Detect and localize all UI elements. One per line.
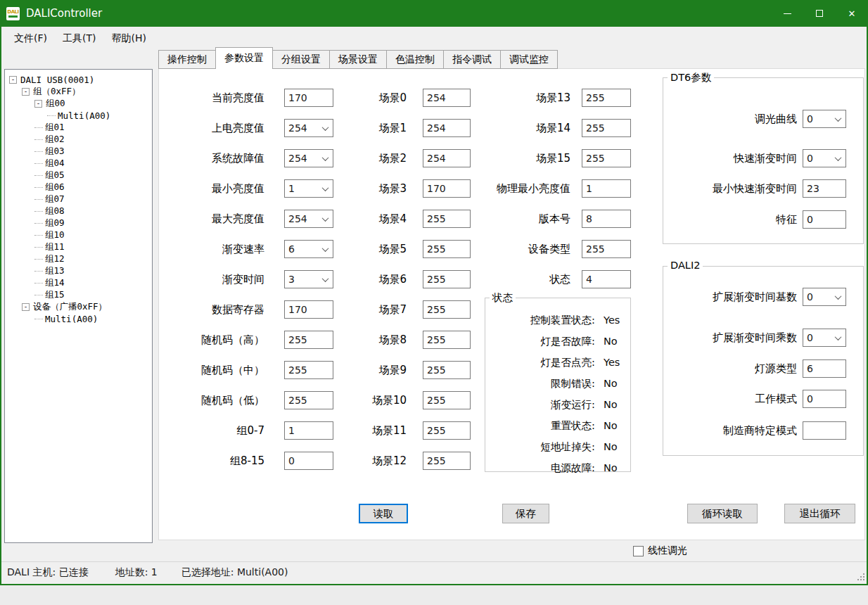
device-type-input[interactable]: [582, 240, 631, 258]
dimming-curve-value: 0: [807, 113, 813, 125]
scene-13-input[interactable]: [582, 89, 631, 107]
scene-10-input[interactable]: [423, 391, 471, 409]
tree-item-group-15[interactable]: 组15: [5, 289, 152, 301]
max-brightness-combobox[interactable]: 254: [284, 210, 333, 228]
status-value-input[interactable]: [582, 270, 631, 288]
tab-scene-settings[interactable]: 场景设置: [330, 50, 387, 69]
tree-item-device-broadcast[interactable]: -设备（广播0xFF）: [5, 301, 152, 313]
scene-7-input[interactable]: [423, 300, 471, 319]
data-register-input[interactable]: [284, 300, 333, 319]
tree-item-group-13[interactable]: 组13: [5, 265, 152, 277]
reset-state-label: 重置状态:: [485, 419, 595, 433]
manufacturer-specific-mode-input[interactable]: [803, 421, 846, 440]
tree-item-label: 组00: [46, 98, 65, 110]
tree-item-multi-a00[interactable]: Multi(A00): [5, 110, 152, 122]
loop-read-button[interactable]: 循环读取: [687, 504, 758, 523]
menu-tools[interactable]: 工具(T): [55, 29, 103, 47]
scene-3-input[interactable]: [423, 179, 471, 198]
scene-14-input[interactable]: [582, 119, 631, 137]
close-button[interactable]: ✕: [836, 0, 868, 27]
chevron-down-icon: [835, 154, 842, 161]
tab-command-debug[interactable]: 指令调试: [444, 50, 501, 69]
ext-fade-time-multiplier-combobox[interactable]: 0: [803, 329, 846, 347]
tree-item-group-0xff[interactable]: -组（0xFF）: [5, 86, 152, 98]
tree-item-label: 组12: [45, 253, 65, 265]
tree-item-group-01[interactable]: 组01: [5, 122, 152, 134]
resize-grip[interactable]: [857, 573, 864, 580]
tree-connector-icon: [34, 151, 43, 152]
exit-loop-button[interactable]: 退出循环: [784, 504, 855, 523]
scene-14-label: 场景14: [479, 122, 570, 135]
tree-item-group-04[interactable]: 组04: [5, 158, 152, 170]
group-0-7-input[interactable]: [284, 421, 333, 440]
scene-5-input[interactable]: [423, 240, 471, 258]
tree-item-group-08[interactable]: 组08: [5, 205, 152, 217]
minimize-button[interactable]: [771, 0, 803, 27]
tree-item-group-10[interactable]: 组10: [5, 229, 152, 241]
scene-1-input[interactable]: [423, 119, 471, 137]
tree-connector-icon: [34, 259, 43, 260]
tree-item-group-02[interactable]: 组02: [5, 134, 152, 146]
scene-8-input[interactable]: [423, 331, 471, 349]
scene-0-input[interactable]: [423, 89, 471, 107]
tab-parameter-settings[interactable]: 参数设置: [215, 47, 273, 69]
menu-file[interactable]: 文件(F): [6, 29, 55, 47]
fade-time-combobox[interactable]: 3: [284, 270, 333, 288]
scene-4-input[interactable]: [423, 210, 471, 228]
current-brightness-input[interactable]: [284, 89, 333, 107]
operating-mode-input[interactable]: [803, 390, 846, 408]
window-controls: ✕: [771, 0, 868, 27]
scene-6-input[interactable]: [423, 270, 471, 288]
version-number-input[interactable]: [582, 210, 631, 228]
maximize-button[interactable]: [803, 0, 836, 27]
tree-item-multi-a00-2[interactable]: Multi(A00): [5, 313, 152, 325]
menu-help[interactable]: 帮助(H): [103, 29, 153, 47]
save-button[interactable]: 保存: [502, 504, 549, 523]
features-input[interactable]: [803, 210, 846, 229]
ext-fade-time-base-combobox[interactable]: 0: [803, 288, 846, 306]
tree-item-group-06[interactable]: 组06: [5, 182, 152, 193]
collapse-icon[interactable]: -: [22, 88, 30, 96]
collapse-icon[interactable]: -: [9, 76, 17, 84]
tab-debug-monitor[interactable]: 调试监控: [501, 50, 558, 69]
tab-operation-control[interactable]: 操作控制: [158, 50, 216, 69]
group-8-15-input[interactable]: [284, 452, 333, 470]
tree-item-group-05[interactable]: 组05: [5, 170, 152, 182]
tree-item-group-03[interactable]: 组03: [5, 146, 152, 158]
tree-item-label: 组07: [45, 193, 65, 205]
fast-fade-time-combobox[interactable]: 0: [803, 149, 846, 167]
collapse-icon[interactable]: -: [34, 100, 42, 108]
parameter-settings-page: 当前亮度值上电亮度值254系统故障值254最小亮度值1最大亮度值254渐变速率6…: [158, 68, 865, 540]
random-code-mid-input[interactable]: [284, 361, 333, 379]
tree-item-group-09[interactable]: 组09: [5, 217, 152, 229]
maximize-icon: [816, 10, 823, 17]
read-button[interactable]: 读取: [359, 504, 408, 523]
menu-bar: 文件(F) 工具(T) 帮助(H): [1, 27, 867, 49]
random-code-low-input[interactable]: [284, 391, 333, 409]
tree-item-group-12[interactable]: 组12: [5, 253, 152, 265]
system-failure-value-combobox[interactable]: 254: [284, 149, 333, 167]
fade-rate-combobox[interactable]: 6: [284, 240, 333, 258]
physical-min-brightness-input[interactable]: [582, 179, 631, 198]
scene-15-input[interactable]: [582, 149, 631, 167]
scene-12-input[interactable]: [423, 452, 471, 470]
tree-item-group-07[interactable]: 组07: [5, 193, 152, 205]
random-code-high-input[interactable]: [284, 331, 333, 349]
scene-9-input[interactable]: [423, 361, 471, 379]
min-fast-fade-time-input[interactable]: [803, 179, 846, 198]
collapse-icon[interactable]: -: [22, 303, 30, 311]
tree-item-group-00[interactable]: -组00: [5, 98, 152, 110]
power-on-brightness-combobox[interactable]: 254: [284, 119, 333, 137]
min-brightness-combobox[interactable]: 1: [284, 179, 333, 198]
scene-11-input[interactable]: [423, 421, 471, 440]
tree-item-group-11[interactable]: 组11: [5, 241, 152, 253]
scene-2-input[interactable]: [423, 149, 471, 167]
tab-color-temp-control[interactable]: 色温控制: [387, 50, 444, 69]
dimming-curve-combobox[interactable]: 0: [803, 110, 846, 128]
tab-grouping-settings[interactable]: 分组设置: [273, 50, 330, 69]
tree-item-dali-usb[interactable]: -DALI USB(0001): [5, 74, 152, 86]
chevron-down-icon: [322, 124, 329, 131]
tree-item-group-14[interactable]: 组14: [5, 277, 152, 289]
light-source-type-input[interactable]: [803, 359, 846, 378]
linear-dimming-checkbox[interactable]: [633, 546, 644, 556]
